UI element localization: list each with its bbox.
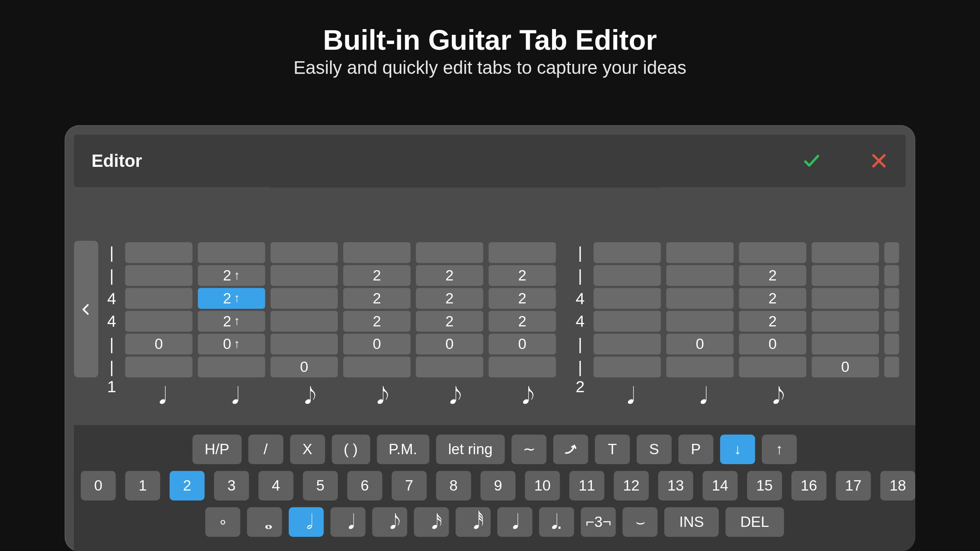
tab-cell[interactable] bbox=[884, 265, 899, 286]
tab-cell[interactable]: 2 bbox=[488, 265, 556, 286]
technique-button[interactable]: ( ) bbox=[332, 435, 370, 464]
tab-cell[interactable] bbox=[125, 311, 193, 331]
tab-cell[interactable] bbox=[125, 288, 193, 308]
fret-button[interactable]: 4 bbox=[258, 471, 293, 500]
tab-cell[interactable]: 2 bbox=[739, 288, 806, 308]
tab-cell[interactable] bbox=[884, 288, 899, 308]
tab-cell[interactable] bbox=[594, 311, 661, 331]
tab-cell[interactable]: 2 bbox=[488, 288, 556, 308]
tab-cell[interactable] bbox=[343, 357, 411, 377]
fret-button[interactable]: 0 bbox=[81, 471, 116, 500]
close-icon[interactable] bbox=[869, 152, 888, 170]
duration-button[interactable]: 𝅘𝅥𝅯 bbox=[414, 507, 449, 537]
tab-cell[interactable]: 2 bbox=[416, 288, 483, 308]
fret-button[interactable]: 10 bbox=[525, 471, 560, 500]
tab-cell[interactable] bbox=[488, 242, 556, 263]
fret-button[interactable]: 11 bbox=[569, 471, 604, 500]
triplet-button[interactable]: ⌐3¬ bbox=[581, 507, 616, 537]
duration-button[interactable]: 𝅘𝅥. bbox=[498, 507, 532, 537]
tab-cell[interactable] bbox=[488, 357, 556, 377]
duration-button[interactable]: 𝅘𝅥𝅮 bbox=[372, 507, 407, 537]
technique-button[interactable]: ∼ bbox=[511, 435, 546, 464]
confirm-icon[interactable] bbox=[802, 152, 821, 170]
tab-cell[interactable] bbox=[198, 357, 265, 377]
tab-cell[interactable] bbox=[594, 334, 661, 354]
delete-button[interactable]: DEL bbox=[725, 507, 784, 537]
tab-cell[interactable] bbox=[666, 357, 733, 377]
tab-cell[interactable] bbox=[884, 334, 899, 354]
bend-icon[interactable] bbox=[553, 435, 588, 464]
tab-cell[interactable] bbox=[812, 265, 879, 286]
tab-cell[interactable] bbox=[884, 357, 899, 377]
fret-button[interactable]: 13 bbox=[658, 471, 693, 500]
tab-cell[interactable]: 2 bbox=[416, 265, 483, 286]
tab-cell[interactable] bbox=[271, 334, 338, 354]
tab-cell[interactable] bbox=[271, 288, 338, 308]
technique-button[interactable]: H/P bbox=[193, 435, 242, 464]
tab-cell[interactable]: 2 bbox=[488, 311, 556, 331]
technique-button[interactable]: T bbox=[595, 435, 630, 464]
fret-button[interactable]: 5 bbox=[303, 471, 338, 500]
tab-cell[interactable]: 0 bbox=[488, 334, 556, 354]
tab-cell[interactable]: 2 bbox=[739, 265, 806, 286]
tab-cell[interactable] bbox=[666, 311, 733, 331]
tab-cell[interactable] bbox=[812, 334, 879, 354]
duration-button[interactable]: 𝅘𝅥 bbox=[331, 507, 366, 537]
fret-button[interactable]: 3 bbox=[214, 471, 249, 500]
fret-button[interactable]: 12 bbox=[614, 471, 648, 500]
tab-cell[interactable] bbox=[594, 242, 661, 263]
tab-cell[interactable]: 2 bbox=[416, 311, 483, 331]
fret-button[interactable]: 15 bbox=[747, 471, 782, 500]
duration-button[interactable]: 𝅗𝅥 bbox=[289, 507, 324, 537]
tab-cell[interactable] bbox=[666, 242, 733, 263]
technique-button[interactable]: P bbox=[678, 435, 713, 464]
fret-button[interactable]: 2 bbox=[170, 471, 204, 500]
tab-cell[interactable] bbox=[271, 311, 338, 331]
tab-cell[interactable]: 2 bbox=[343, 265, 411, 286]
tab-cell[interactable] bbox=[125, 265, 193, 286]
fret-button[interactable]: 18 bbox=[880, 471, 915, 500]
tab-cell[interactable]: 2 bbox=[343, 288, 411, 308]
tab-cell[interactable]: 0 bbox=[271, 357, 338, 377]
technique-button[interactable]: S bbox=[637, 435, 671, 464]
tab-cell[interactable] bbox=[739, 357, 806, 377]
technique-button[interactable]: X bbox=[290, 435, 325, 464]
tab-cell[interactable] bbox=[884, 311, 899, 331]
tab-cell[interactable]: 0 bbox=[125, 334, 193, 354]
tab-cell[interactable]: 2↑ bbox=[198, 288, 265, 308]
strum-down-icon[interactable]: ↓ bbox=[720, 435, 755, 464]
tab-cell[interactable]: 0↑ bbox=[198, 334, 265, 354]
tab-cell[interactable]: 2 bbox=[739, 311, 806, 331]
tab-cell[interactable]: 2 bbox=[343, 311, 411, 331]
tab-cell[interactable]: 2↑ bbox=[198, 265, 265, 286]
scroll-left-button[interactable] bbox=[74, 241, 98, 377]
tab-cell[interactable] bbox=[271, 265, 338, 286]
duration-button[interactable]: 𝅝 bbox=[247, 507, 282, 537]
tab-cell[interactable] bbox=[884, 242, 899, 263]
strum-up-icon[interactable]: ↑ bbox=[762, 435, 797, 464]
tab-cell[interactable]: 0 bbox=[739, 334, 806, 354]
fret-button[interactable]: 9 bbox=[480, 471, 515, 500]
tab-cell[interactable] bbox=[125, 242, 193, 263]
tab-cell[interactable] bbox=[125, 357, 193, 377]
duration-button[interactable]: 𝅘𝅥.. bbox=[539, 507, 574, 537]
fret-button[interactable]: 8 bbox=[436, 471, 471, 500]
tab-cell[interactable] bbox=[416, 242, 483, 263]
duration-button[interactable]: ∘ bbox=[206, 507, 240, 537]
fret-button[interactable]: 14 bbox=[702, 471, 737, 500]
tab-cell[interactable] bbox=[812, 288, 879, 308]
tab-cell[interactable] bbox=[416, 357, 483, 377]
tab-cell[interactable] bbox=[594, 357, 661, 377]
tab-cell[interactable] bbox=[812, 311, 879, 331]
tab-cell[interactable]: 2↑ bbox=[198, 311, 265, 331]
tab-cell[interactable] bbox=[271, 242, 338, 263]
tab-cell[interactable] bbox=[739, 242, 806, 263]
fret-button[interactable]: 17 bbox=[836, 471, 871, 500]
tab-cell[interactable] bbox=[594, 265, 661, 286]
fret-button[interactable]: 1 bbox=[125, 471, 160, 500]
tab-cell[interactable] bbox=[812, 242, 879, 263]
fret-button[interactable]: 6 bbox=[347, 471, 382, 500]
technique-button[interactable]: / bbox=[248, 435, 283, 464]
tab-cell[interactable]: 0 bbox=[666, 334, 733, 354]
tab-cell[interactable]: 0 bbox=[812, 357, 879, 377]
